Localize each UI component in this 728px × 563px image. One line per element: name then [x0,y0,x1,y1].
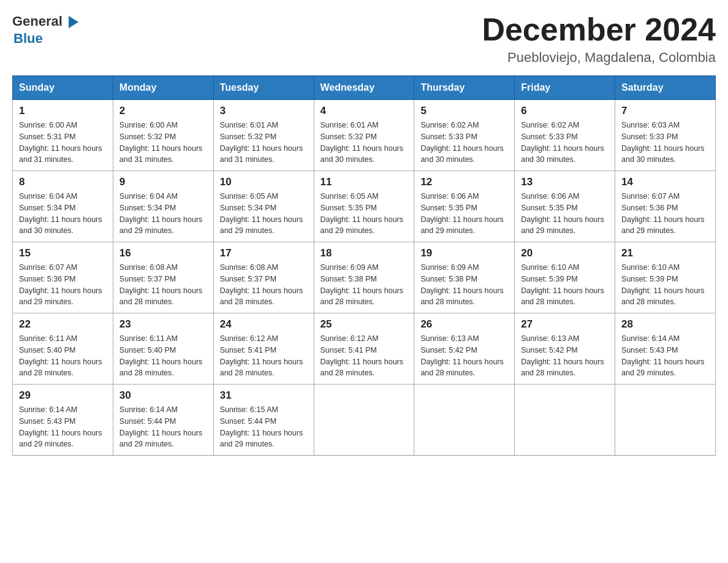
cell-content: 17Sunrise: 6:08 AMSunset: 5:37 PMDayligh… [220,247,308,308]
day-info: Sunrise: 6:10 AMSunset: 5:39 PMDaylight:… [621,262,709,308]
cell-content: 2Sunrise: 6:00 AMSunset: 5:32 PMDaylight… [119,105,207,166]
day-info: Sunrise: 6:04 AMSunset: 5:34 PMDaylight:… [19,191,107,237]
calendar-cell: 2Sunrise: 6:00 AMSunset: 5:32 PMDaylight… [113,100,213,171]
calendar-week-row: 22Sunrise: 6:11 AMSunset: 5:40 PMDayligh… [13,313,716,385]
calendar-cell: 17Sunrise: 6:08 AMSunset: 5:37 PMDayligh… [213,242,314,313]
day-info: Sunrise: 6:08 AMSunset: 5:37 PMDaylight:… [119,262,207,308]
cell-content: 24Sunrise: 6:12 AMSunset: 5:41 PMDayligh… [220,318,308,379]
calendar-day-header: Tuesday [213,76,314,100]
day-info: Sunrise: 6:13 AMSunset: 5:42 PMDaylight:… [420,333,508,379]
day-number: 12 [420,176,508,188]
day-info: Sunrise: 6:00 AMSunset: 5:31 PMDaylight:… [19,120,107,166]
calendar-day-header: Thursday [414,76,515,100]
calendar-cell: 12Sunrise: 6:06 AMSunset: 5:35 PMDayligh… [414,171,515,242]
cell-content: 13Sunrise: 6:06 AMSunset: 5:35 PMDayligh… [521,176,609,237]
day-info: Sunrise: 6:12 AMSunset: 5:41 PMDaylight:… [220,333,308,379]
calendar-cell: 18Sunrise: 6:09 AMSunset: 5:38 PMDayligh… [314,242,414,313]
calendar-cell: 8Sunrise: 6:04 AMSunset: 5:34 PMDaylight… [13,171,113,242]
calendar-cell: 24Sunrise: 6:12 AMSunset: 5:41 PMDayligh… [213,313,314,385]
day-info: Sunrise: 6:01 AMSunset: 5:32 PMDaylight:… [220,120,308,166]
cell-content: 30Sunrise: 6:14 AMSunset: 5:44 PMDayligh… [119,389,207,450]
calendar-cell: 20Sunrise: 6:10 AMSunset: 5:39 PMDayligh… [515,242,615,313]
day-number: 30 [119,389,207,402]
logo-general-text: General [12,13,63,29]
calendar-day-header: Saturday [615,76,716,100]
day-info: Sunrise: 6:03 AMSunset: 5:33 PMDaylight:… [621,120,709,166]
cell-content: 5Sunrise: 6:02 AMSunset: 5:33 PMDaylight… [420,105,508,166]
cell-content: 15Sunrise: 6:07 AMSunset: 5:36 PMDayligh… [19,247,107,308]
day-info: Sunrise: 6:13 AMSunset: 5:42 PMDaylight:… [521,333,609,379]
cell-content: 4Sunrise: 6:01 AMSunset: 5:32 PMDaylight… [320,105,408,166]
calendar-cell: 14Sunrise: 6:07 AMSunset: 5:36 PMDayligh… [615,171,716,242]
cell-content: 10Sunrise: 6:05 AMSunset: 5:34 PMDayligh… [220,176,308,237]
cell-content: 16Sunrise: 6:08 AMSunset: 5:37 PMDayligh… [119,247,207,308]
day-number: 21 [621,247,709,259]
day-number: 10 [220,176,308,188]
calendar-cell: 7Sunrise: 6:03 AMSunset: 5:33 PMDaylight… [615,100,716,171]
day-number: 26 [420,318,508,331]
calendar-cell: 15Sunrise: 6:07 AMSunset: 5:36 PMDayligh… [13,242,113,313]
day-number: 17 [220,247,308,259]
svg-marker-0 [69,16,78,28]
cell-content: 23Sunrise: 6:11 AMSunset: 5:40 PMDayligh… [119,318,207,379]
logo: General Blue [12,12,81,47]
day-number: 4 [320,105,408,117]
calendar-day-header: Friday [515,76,615,100]
day-info: Sunrise: 6:07 AMSunset: 5:36 PMDaylight:… [621,191,709,237]
day-number: 29 [19,389,107,402]
day-number: 20 [521,247,609,259]
cell-content: 11Sunrise: 6:05 AMSunset: 5:35 PMDayligh… [320,176,408,237]
calendar-cell: 4Sunrise: 6:01 AMSunset: 5:32 PMDaylight… [314,100,414,171]
cell-content: 27Sunrise: 6:13 AMSunset: 5:42 PMDayligh… [521,318,609,379]
day-info: Sunrise: 6:05 AMSunset: 5:35 PMDaylight:… [320,191,408,237]
day-info: Sunrise: 6:09 AMSunset: 5:38 PMDaylight:… [320,262,408,308]
day-number: 19 [420,247,508,259]
day-number: 9 [119,176,207,188]
day-number: 14 [621,176,709,188]
calendar-cell: 25Sunrise: 6:12 AMSunset: 5:41 PMDayligh… [314,313,414,385]
day-number: 28 [621,318,709,331]
calendar-cell: 3Sunrise: 6:01 AMSunset: 5:32 PMDaylight… [213,100,314,171]
day-info: Sunrise: 6:08 AMSunset: 5:37 PMDaylight:… [220,262,308,308]
cell-content: 9Sunrise: 6:04 AMSunset: 5:34 PMDaylight… [119,176,207,237]
day-info: Sunrise: 6:11 AMSunset: 5:40 PMDaylight:… [19,333,107,379]
calendar-title: December 2024 [482,12,716,47]
day-number: 16 [119,247,207,259]
calendar-day-header: Wednesday [314,76,414,100]
cell-content: 3Sunrise: 6:01 AMSunset: 5:32 PMDaylight… [220,105,308,166]
cell-content: 29Sunrise: 6:14 AMSunset: 5:43 PMDayligh… [19,389,107,450]
calendar-day-header: Monday [113,76,213,100]
day-number: 23 [119,318,207,331]
cell-content: 1Sunrise: 6:00 AMSunset: 5:31 PMDaylight… [19,105,107,166]
page-header: General Blue December 2024 Puebloviejo, … [12,12,716,66]
calendar-cell: 9Sunrise: 6:04 AMSunset: 5:34 PMDaylight… [113,171,213,242]
cell-content: 14Sunrise: 6:07 AMSunset: 5:36 PMDayligh… [621,176,709,237]
day-number: 3 [220,105,308,117]
calendar-cell [414,385,515,456]
day-number: 18 [320,247,408,259]
day-info: Sunrise: 6:10 AMSunset: 5:39 PMDaylight:… [521,262,609,308]
day-number: 25 [320,318,408,331]
cell-content: 20Sunrise: 6:10 AMSunset: 5:39 PMDayligh… [521,247,609,308]
cell-content: 7Sunrise: 6:03 AMSunset: 5:33 PMDaylight… [621,105,709,166]
day-number: 22 [19,318,107,331]
calendar-cell: 31Sunrise: 6:15 AMSunset: 5:44 PMDayligh… [213,385,314,456]
cell-content: 31Sunrise: 6:15 AMSunset: 5:44 PMDayligh… [220,389,308,450]
day-number: 6 [521,105,609,117]
calendar-week-row: 8Sunrise: 6:04 AMSunset: 5:34 PMDaylight… [13,171,716,242]
cell-content: 22Sunrise: 6:11 AMSunset: 5:40 PMDayligh… [19,318,107,379]
calendar-cell [515,385,615,456]
cell-content: 21Sunrise: 6:10 AMSunset: 5:39 PMDayligh… [621,247,709,308]
calendar-cell: 29Sunrise: 6:14 AMSunset: 5:43 PMDayligh… [13,385,113,456]
calendar-week-row: 29Sunrise: 6:14 AMSunset: 5:43 PMDayligh… [13,385,716,456]
day-info: Sunrise: 6:02 AMSunset: 5:33 PMDaylight:… [521,120,609,166]
day-info: Sunrise: 6:02 AMSunset: 5:33 PMDaylight:… [420,120,508,166]
calendar-cell [615,385,716,456]
cell-content: 8Sunrise: 6:04 AMSunset: 5:34 PMDaylight… [19,176,107,237]
calendar-cell: 27Sunrise: 6:13 AMSunset: 5:42 PMDayligh… [515,313,615,385]
cell-content: 26Sunrise: 6:13 AMSunset: 5:42 PMDayligh… [420,318,508,379]
calendar-day-header: Sunday [13,76,113,100]
day-number: 7 [621,105,709,117]
calendar-cell: 30Sunrise: 6:14 AMSunset: 5:44 PMDayligh… [113,385,213,456]
logo-arrow-icon [64,13,81,31]
